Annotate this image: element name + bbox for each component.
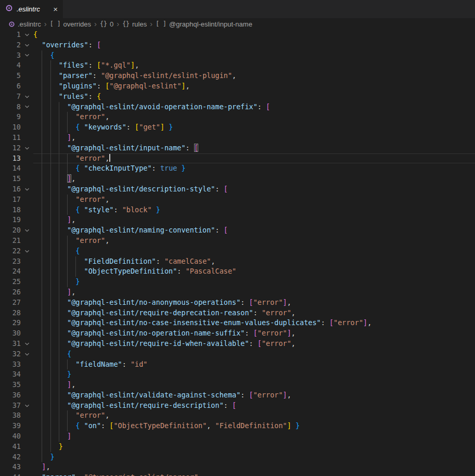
line-number[interactable]: 36	[0, 390, 21, 401]
line-number[interactable]: 30	[0, 328, 21, 339]
line-number[interactable]: 41	[0, 442, 21, 452]
fold-chevron-down-icon[interactable]	[21, 339, 33, 349]
fold-chevron-down-icon[interactable]	[21, 102, 33, 112]
code-line[interactable]: 6 "plugins": ["@graphql-eslint"],	[0, 81, 475, 92]
line-number[interactable]: 3	[0, 50, 21, 61]
fold-chevron-down-icon[interactable]	[21, 92, 33, 102]
code-line[interactable]: 35 ],	[0, 380, 475, 390]
line-number[interactable]: 35	[0, 380, 21, 390]
line-number[interactable]: 24	[0, 266, 21, 277]
code-line[interactable]: 33 "fieldName": "id"	[0, 359, 475, 370]
breadcrumb-item[interactable]: {}0	[100, 20, 113, 28]
code-line[interactable]: 23 "FieldDefinition": "camelCase",	[0, 256, 475, 267]
code-line[interactable]: 1{	[0, 30, 475, 40]
code-line[interactable]: 5 "parser": "@graphql-eslint/eslint-plug…	[0, 71, 475, 81]
breadcrumb-item[interactable]: .eslintrc	[8, 20, 41, 28]
line-number[interactable]: 14	[0, 163, 21, 174]
line-number[interactable]: 40	[0, 431, 21, 442]
code-line[interactable]: 36 "@graphql-eslint/validate-against-sch…	[0, 390, 475, 401]
line-number[interactable]: 29	[0, 318, 21, 328]
line-number[interactable]: 1	[0, 30, 21, 40]
code-line[interactable]: 18 { "style": "block" }	[0, 205, 475, 215]
tab-eslintrc[interactable]: .eslintrc ×	[0, 0, 63, 18]
line-number[interactable]: 19	[0, 215, 21, 225]
fold-chevron-down-icon[interactable]	[21, 40, 33, 50]
fold-chevron-down-icon[interactable]	[21, 401, 33, 411]
line-number[interactable]: 2	[0, 40, 21, 50]
breadcrumb-item[interactable]: {}rules	[122, 20, 147, 28]
line-number[interactable]: 10	[0, 122, 21, 133]
line-number[interactable]: 33	[0, 359, 21, 370]
line-number[interactable]: 42	[0, 452, 21, 462]
line-number[interactable]: 44	[0, 472, 21, 476]
line-number[interactable]: 43	[0, 462, 21, 472]
fold-chevron-down-icon[interactable]	[21, 246, 33, 256]
code-line[interactable]: 41 }	[0, 442, 475, 452]
breadcrumb-item[interactable]: [ ]overrides	[50, 20, 91, 28]
line-number[interactable]: 39	[0, 421, 21, 431]
line-number[interactable]: 6	[0, 81, 21, 92]
code-line[interactable]: 42 }	[0, 452, 475, 462]
code-line[interactable]: 34 }	[0, 369, 475, 380]
fold-chevron-down-icon[interactable]	[21, 143, 33, 153]
code-editor[interactable]: 1{2 "overrides": [3 {4 "files": ["*.gql"…	[0, 30, 475, 476]
code-line[interactable]: 37 "@graphql-eslint/require-description"…	[0, 401, 475, 411]
line-number[interactable]: 23	[0, 256, 21, 267]
code-line[interactable]: 7 "rules": {	[0, 92, 475, 102]
code-line[interactable]: 26 ],	[0, 287, 475, 298]
code-line[interactable]: 2 "overrides": [	[0, 40, 475, 50]
line-number[interactable]: 32	[0, 349, 21, 359]
line-number[interactable]: 27	[0, 298, 21, 308]
code-line[interactable]: 4 "files": ["*.gql"],	[0, 60, 475, 71]
line-number[interactable]: 12	[0, 143, 21, 153]
code-line[interactable]: 24 "ObjectTypeDefinition": "PascalCase"	[0, 266, 475, 277]
code-line[interactable]: 8 "@graphql-eslint/avoid-operation-name-…	[0, 102, 475, 112]
line-number[interactable]: 7	[0, 92, 21, 102]
fold-chevron-down-icon[interactable]	[21, 225, 33, 236]
code-line[interactable]: 40 ]	[0, 431, 475, 442]
line-number[interactable]: 15	[0, 174, 21, 184]
line-number[interactable]: 28	[0, 308, 21, 318]
code-line[interactable]: 13 "error",	[0, 153, 475, 164]
close-icon[interactable]: ×	[53, 5, 58, 13]
line-number[interactable]: 16	[0, 184, 21, 195]
fold-chevron-down-icon[interactable]	[21, 184, 33, 195]
code-line[interactable]: 44 "parser": "@typescript-eslint/parser"	[0, 472, 475, 476]
line-number[interactable]: 38	[0, 410, 21, 421]
code-line[interactable]: 19 ],	[0, 215, 475, 225]
code-line[interactable]: 3 {	[0, 50, 475, 61]
code-line[interactable]: 22 {	[0, 246, 475, 256]
line-number[interactable]: 26	[0, 287, 21, 298]
code-line[interactable]: 25 }	[0, 277, 475, 287]
code-line[interactable]: 9 "error",	[0, 112, 475, 122]
code-line[interactable]: 31 "@graphql-eslint/require-id-when-avai…	[0, 339, 475, 349]
line-number[interactable]: 17	[0, 195, 21, 205]
code-line[interactable]: 38 "error",	[0, 410, 475, 421]
fold-chevron-down-icon[interactable]	[21, 30, 33, 40]
code-line[interactable]: 17 "error",	[0, 195, 475, 205]
fold-chevron-down-icon[interactable]	[21, 349, 33, 359]
line-number[interactable]: 34	[0, 369, 21, 380]
code-line[interactable]: 10 { "keywords": ["get"] }	[0, 122, 475, 133]
line-number[interactable]: 22	[0, 246, 21, 256]
line-number[interactable]: 25	[0, 277, 21, 287]
code-line[interactable]: 29 "@graphql-eslint/no-case-insensitive-…	[0, 318, 475, 328]
line-number[interactable]: 13	[0, 153, 21, 164]
line-number[interactable]: 8	[0, 102, 21, 112]
line-number[interactable]: 20	[0, 225, 21, 236]
line-number[interactable]: 21	[0, 236, 21, 246]
code-line[interactable]: 11 ],	[0, 133, 475, 143]
line-number[interactable]: 4	[0, 60, 21, 71]
code-line[interactable]: 14 { "checkInputType": true }	[0, 163, 475, 174]
line-number[interactable]: 31	[0, 339, 21, 349]
code-line[interactable]: 12 "@graphql-eslint/input-name": [	[0, 143, 475, 153]
fold-chevron-down-icon[interactable]	[21, 50, 33, 61]
code-line[interactable]: 20 "@graphql-eslint/naming-convention": …	[0, 225, 475, 236]
line-number[interactable]: 9	[0, 112, 21, 122]
line-number[interactable]: 37	[0, 401, 21, 411]
line-number[interactable]: 11	[0, 133, 21, 143]
breadcrumb-item[interactable]: [ ]@graphql-eslint/input-name	[156, 20, 252, 28]
code-line[interactable]: 39 { "on": ["ObjectTypeDefinition", "Fie…	[0, 421, 475, 431]
code-line[interactable]: 43 ],	[0, 462, 475, 472]
code-line[interactable]: 32 {	[0, 349, 475, 359]
